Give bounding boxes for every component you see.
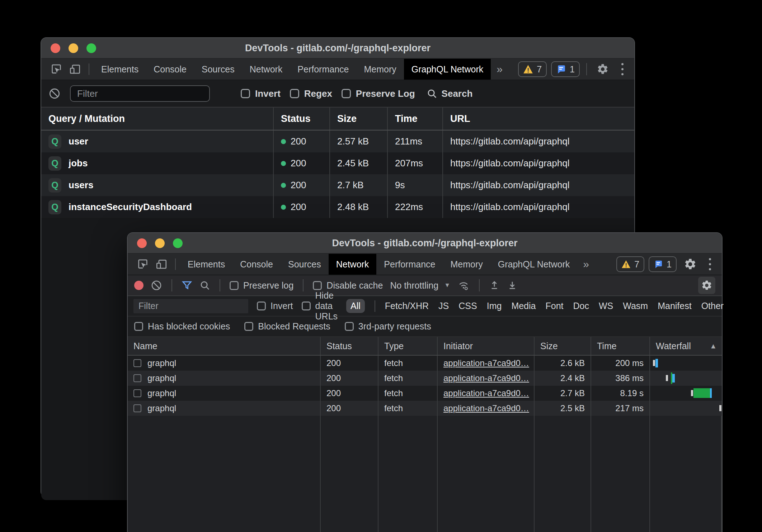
more-tabs-icon[interactable]: » [577,258,595,270]
filter-chip-wasm[interactable]: Wasm [623,301,648,311]
close-button[interactable] [51,43,60,53]
has-blocked-cookies-checkbox[interactable]: Has blocked cookies [134,321,230,332]
filter-input[interactable] [133,299,248,313]
initiator-link[interactable]: application-a7ca9d0… [443,403,529,413]
column-header-query[interactable]: Query / Mutation [41,108,274,130]
filter-input[interactable] [70,85,210,102]
window-title: DevTools - gitlab.com/-/graphql-explorer [128,238,722,249]
settings-gear-icon[interactable] [681,254,700,275]
device-toolbar-icon[interactable] [152,254,171,275]
table-row[interactable]: Qusers 200 2.7 kB 9s https://gitlab.com/… [41,174,634,196]
filter-chip-doc[interactable]: Doc [573,301,589,311]
column-header-initiator[interactable]: Initiator [438,337,535,355]
hide-data-urls-checkbox[interactable]: Hide data URLs [302,290,338,322]
tab-graphql-network[interactable]: GraphQL Network [490,254,578,275]
throttling-dropdown[interactable]: No throttling ▼ [390,280,450,291]
column-header-waterfall[interactable]: Waterfall ▲ [650,337,722,355]
tab-sources[interactable]: Sources [194,59,242,80]
tab-console[interactable]: Console [232,254,281,275]
filter-chip-manifest[interactable]: Manifest [658,301,691,311]
row-checkbox[interactable] [133,389,141,397]
inspect-element-icon[interactable] [133,254,152,275]
filter-chip-all[interactable]: All [346,299,365,313]
tab-sources[interactable]: Sources [281,254,329,275]
row-checkbox[interactable] [133,404,141,412]
table-row[interactable]: Quser 200 2.57 kB 211ms https://gitlab.c… [41,130,634,152]
request-row[interactable]: graphql 200 fetch application-a7ca9d0… 2… [128,386,722,401]
filter-funnel-icon[interactable] [182,280,192,291]
clear-icon[interactable] [48,87,61,100]
tab-network[interactable]: Network [329,254,377,275]
initiator-link[interactable]: application-a7ca9d0… [443,373,529,383]
more-tabs-icon[interactable]: » [491,63,508,75]
column-header-url[interactable]: URL [443,108,634,130]
column-header-status[interactable]: Status [274,108,330,130]
import-har-icon[interactable] [489,280,500,291]
minimize-button[interactable] [69,43,78,53]
tab-memory[interactable]: Memory [443,254,490,275]
request-row[interactable]: graphql 200 fetch application-a7ca9d0… 2… [128,401,722,416]
row-checkbox[interactable] [133,374,141,382]
more-options-icon[interactable] [616,63,629,75]
tab-performance[interactable]: Performance [376,254,443,275]
column-header-size[interactable]: Size [330,108,388,130]
column-header-size[interactable]: Size [535,337,591,355]
tab-elements[interactable]: Elements [94,59,146,80]
row-checkbox[interactable] [133,359,141,367]
search-icon[interactable] [199,280,210,291]
initiator-link[interactable]: application-a7ca9d0… [443,358,529,368]
request-row[interactable]: graphql 200 fetch application-a7ca9d0… 2… [128,371,722,386]
tab-elements[interactable]: Elements [180,254,232,275]
settings-gear-icon[interactable] [593,59,612,80]
column-header-name[interactable]: Name [128,337,321,355]
tab-console[interactable]: Console [146,59,194,80]
issues-badge[interactable]: 1 [551,61,580,77]
network-settings-button[interactable] [698,277,715,294]
regex-checkbox[interactable]: Regex [290,88,332,99]
zoom-button[interactable] [86,43,96,53]
minimize-button[interactable] [155,238,165,248]
filter-chip-media[interactable]: Media [511,301,536,311]
invert-checkbox[interactable]: Invert [241,88,281,99]
device-toolbar-icon[interactable] [66,59,84,80]
filter-chip-ws[interactable]: WS [599,301,613,311]
preserve-log-checkbox[interactable]: Preserve Log [342,88,415,99]
tab-memory[interactable]: Memory [356,59,404,80]
column-header-status[interactable]: Status [321,337,378,355]
more-options-icon[interactable] [704,258,716,270]
request-name: graphql [147,403,176,413]
filter-chip-fetch-xhr[interactable]: Fetch/XHR [385,301,429,311]
column-header-time[interactable]: Time [388,108,443,130]
table-row[interactable]: QinstanceSecurityDashboard 200 2.48 kB 2… [41,196,634,218]
initiator-link[interactable]: application-a7ca9d0… [443,388,529,398]
search-button[interactable]: Search [427,88,473,99]
blocked-requests-checkbox[interactable]: Blocked Requests [244,321,330,332]
inspect-element-icon[interactable] [47,59,66,80]
record-network-log-icon[interactable] [134,281,144,290]
tab-graphql-network[interactable]: GraphQL Network [404,59,491,80]
network-conditions-icon[interactable] [457,280,470,291]
warnings-badge[interactable]: 7 [518,61,547,77]
close-button[interactable] [137,238,147,248]
filter-chip-js[interactable]: JS [438,301,449,311]
filter-chip-other[interactable]: Other [701,301,724,311]
issues-badge[interactable]: 1 [649,256,677,272]
zoom-button[interactable] [173,238,183,248]
third-party-requests-checkbox[interactable]: 3rd-party requests [345,321,431,332]
filter-chip-font[interactable]: Font [545,301,563,311]
preserve-log-checkbox[interactable]: Preserve log [230,280,293,291]
tab-network[interactable]: Network [242,59,290,80]
warnings-badge[interactable]: 7 [616,256,644,272]
request-row[interactable]: graphql 200 fetch application-a7ca9d0… 2… [128,356,722,371]
filter-chip-css[interactable]: CSS [458,301,477,311]
clear-icon[interactable] [151,280,162,291]
column-header-type[interactable]: Type [378,337,438,355]
invert-checkbox[interactable]: Invert [257,301,293,311]
table-row[interactable]: Qjobs 200 2.45 kB 207ms https://gitlab.c… [41,152,634,174]
column-header-time[interactable]: Time [591,337,650,355]
tab-performance[interactable]: Performance [290,59,356,80]
export-har-icon[interactable] [507,280,518,291]
filter-chip-img[interactable]: Img [487,301,502,311]
empty-table-area [128,416,722,532]
disable-cache-checkbox[interactable]: Disable cache [313,280,383,291]
